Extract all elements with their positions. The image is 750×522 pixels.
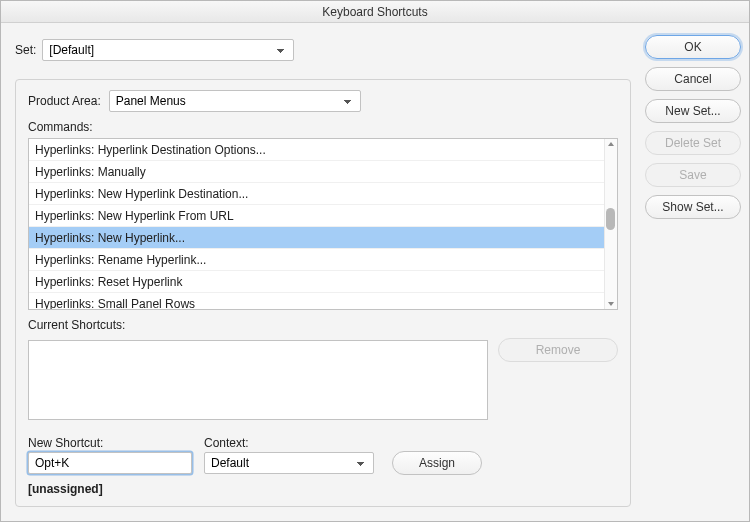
show-set-button[interactable]: Show Set... xyxy=(645,195,741,219)
current-shortcuts-label: Current Shortcuts: xyxy=(28,318,618,332)
ok-button[interactable]: OK xyxy=(645,35,741,59)
save-button[interactable]: Save xyxy=(645,163,741,187)
set-select[interactable]: [Default] xyxy=(42,39,294,61)
current-shortcuts-list[interactable] xyxy=(28,340,488,420)
list-item[interactable]: Hyperlinks: Reset Hyperlink xyxy=(29,271,604,293)
window-title: Keyboard Shortcuts xyxy=(1,1,749,23)
scroll-thumb[interactable] xyxy=(606,208,615,230)
assignment-status: [unassigned] xyxy=(28,482,618,496)
commands-list[interactable]: Hyperlinks: Hyperlink Destination Option… xyxy=(28,138,618,310)
context-label: Context: xyxy=(204,436,374,450)
cancel-button[interactable]: Cancel xyxy=(645,67,741,91)
new-set-button[interactable]: New Set... xyxy=(645,99,741,123)
new-shortcut-label: New Shortcut: xyxy=(28,436,192,450)
list-item[interactable]: Hyperlinks: New Hyperlink From URL xyxy=(29,205,604,227)
list-item[interactable]: Hyperlinks: New Hyperlink... xyxy=(29,227,604,249)
context-select[interactable]: Default xyxy=(204,452,374,474)
list-item[interactable]: Hyperlinks: Hyperlink Destination Option… xyxy=(29,139,604,161)
commands-label: Commands: xyxy=(28,120,618,134)
delete-set-button[interactable]: Delete Set xyxy=(645,131,741,155)
list-item[interactable]: Hyperlinks: New Hyperlink Destination... xyxy=(29,183,604,205)
list-item[interactable]: Hyperlinks: Manually xyxy=(29,161,604,183)
assign-button[interactable]: Assign xyxy=(392,451,482,475)
scroll-down-icon[interactable] xyxy=(608,302,614,306)
scroll-up-icon[interactable] xyxy=(608,142,614,146)
list-item[interactable]: Hyperlinks: Small Panel Rows xyxy=(29,293,604,310)
product-area-select[interactable]: Panel Menus xyxy=(109,90,361,112)
scrollbar[interactable] xyxy=(604,139,617,309)
set-label: Set: xyxy=(15,43,36,57)
remove-button[interactable]: Remove xyxy=(498,338,618,362)
new-shortcut-input[interactable] xyxy=(28,452,192,474)
product-area-label: Product Area: xyxy=(28,94,101,108)
list-item[interactable]: Hyperlinks: Rename Hyperlink... xyxy=(29,249,604,271)
